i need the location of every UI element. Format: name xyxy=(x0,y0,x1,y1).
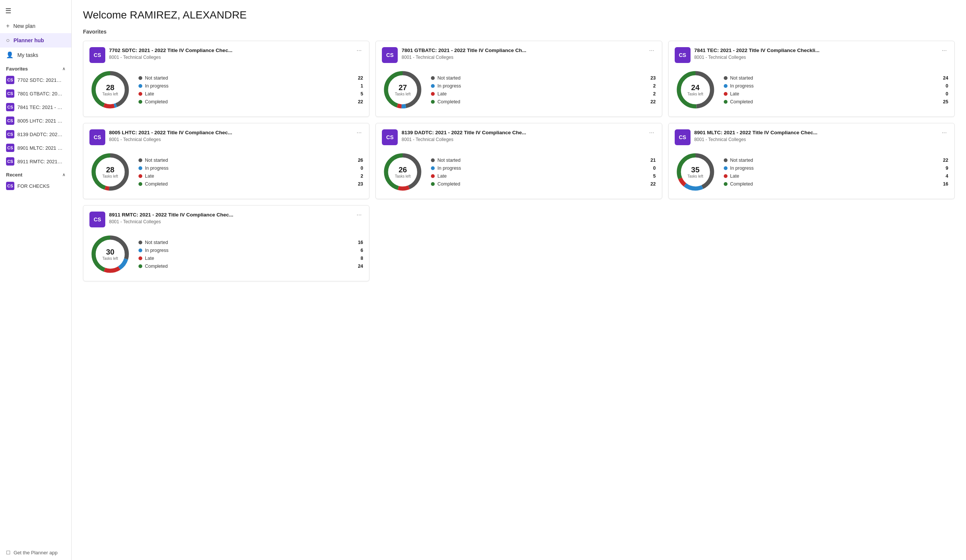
legend-row-completed: Completed 23 xyxy=(138,182,363,187)
plan-card-card3: CS 7841 TEC: 2021 - 2022 Title IV Compli… xyxy=(668,41,955,117)
card-title: 7801 GTBATC: 2021 - 2022 Title IV Compli… xyxy=(401,47,526,54)
card-legend: Not started 24 In progress 0 Late xyxy=(724,75,948,105)
sidebar-item-new-plan[interactable]: + New plan xyxy=(0,19,71,33)
legend-row-late: Late 5 xyxy=(138,91,363,97)
not-started-label: Not started xyxy=(437,75,460,81)
legend-row-late: Late 2 xyxy=(431,91,656,97)
donut-chart: 26 Tasks left xyxy=(382,151,423,193)
late-label: Late xyxy=(730,91,739,97)
card-more-button[interactable]: ··· xyxy=(355,47,363,54)
hamburger-icon[interactable]: ☰ xyxy=(0,3,71,19)
late-count: 2 xyxy=(355,174,363,179)
card-more-button[interactable]: ··· xyxy=(647,129,656,136)
legend-left-in-progress: In progress xyxy=(724,84,754,88)
legend-row-not-started: Not started 16 xyxy=(138,240,363,245)
get-planner-app[interactable]: ☐ Get the Planner app xyxy=(0,545,71,560)
late-dot xyxy=(138,174,142,178)
sidebar-favorites-list: CS 7702 SDTC: 2021 - 2022... CS 7801 GTB… xyxy=(0,73,71,168)
sidebar-item-fav5[interactable]: CS 8139 DADTC: 2021 - 20... xyxy=(0,128,71,141)
in-progress-count: 0 xyxy=(648,165,656,171)
card-title: 7702 SDTC: 2021 - 2022 Title IV Complian… xyxy=(109,47,232,54)
legend-row-not-started: Not started 22 xyxy=(138,75,363,81)
late-count: 2 xyxy=(648,91,656,97)
card-title-block: 8005 LHTC: 2021 - 2022 Title IV Complian… xyxy=(109,129,232,142)
card-header: CS 8139 DADTC: 2021 - 2022 Title IV Comp… xyxy=(382,129,656,145)
not-started-label: Not started xyxy=(145,240,168,245)
sidebar-item-my-tasks[interactable]: 👤 My tasks xyxy=(0,47,71,62)
card-more-button[interactable]: ··· xyxy=(940,47,948,54)
favorites-chevron[interactable]: ∧ xyxy=(62,66,65,71)
card-header: CS 8901 MLTC: 2021 - 2022 Title IV Compl… xyxy=(675,129,948,145)
sidebar-item-planner-hub[interactable]: ○ Planner hub xyxy=(0,33,71,47)
card-title-block: 7702 SDTC: 2021 - 2022 Title IV Complian… xyxy=(109,47,232,60)
legend-row-completed: Completed 25 xyxy=(724,99,948,105)
in-progress-count: 0 xyxy=(941,84,948,88)
sidebar-plan-label: 7801 GTBATC: 2021 - 20... xyxy=(17,91,62,97)
card-header-left: CS 7801 GTBATC: 2021 - 2022 Title IV Com… xyxy=(382,47,526,63)
favorites-heading: Favorites xyxy=(83,29,955,35)
sidebar-item-fav6[interactable]: CS 8901 MLTC: 2021 - 2022... xyxy=(0,141,71,155)
card-body: 28 Tasks left Not started 26 In progress xyxy=(89,151,363,193)
legend-row-in-progress: In progress 6 xyxy=(138,248,363,253)
plan-card-card6: CS 8901 MLTC: 2021 - 2022 Title IV Compl… xyxy=(668,123,955,199)
legend-left-late: Late xyxy=(724,174,739,179)
not-started-count: 16 xyxy=(355,240,363,245)
legend-left-not-started: Not started xyxy=(724,158,753,163)
sidebar-new-plan-label: New plan xyxy=(13,23,35,29)
card-header-left: CS 8901 MLTC: 2021 - 2022 Title IV Compl… xyxy=(675,129,818,145)
tasks-left-label: Tasks left xyxy=(395,174,411,178)
card-header: CS 8005 LHTC: 2021 - 2022 Title IV Compl… xyxy=(89,129,363,145)
sidebar-item-rec1[interactable]: CS FOR CHECKS xyxy=(0,179,71,193)
not-started-count: 24 xyxy=(941,75,948,81)
card-header-left: CS 8911 RMTC: 2021 - 2022 Title IV Compl… xyxy=(89,211,233,228)
recent-chevron[interactable]: ∧ xyxy=(62,172,65,177)
in-progress-dot xyxy=(138,84,142,88)
donut-chart: 28 Tasks left xyxy=(89,151,131,193)
legend-left-completed: Completed xyxy=(724,99,753,105)
card-more-button[interactable]: ··· xyxy=(647,47,656,54)
card-body: 24 Tasks left Not started 24 In progress xyxy=(675,69,948,110)
sidebar-item-fav3[interactable]: CS 7841 TEC: 2021 - 2022 T... xyxy=(0,100,71,114)
card-title-block: 7801 GTBATC: 2021 - 2022 Title IV Compli… xyxy=(401,47,526,60)
not-started-dot xyxy=(138,76,142,80)
tasks-left-number: 27 xyxy=(395,84,411,91)
in-progress-count: 2 xyxy=(648,84,656,88)
in-progress-label: In progress xyxy=(145,165,169,171)
not-started-count: 26 xyxy=(355,158,363,163)
card-more-button[interactable]: ··· xyxy=(355,211,363,218)
donut-chart: 30 Tasks left xyxy=(89,233,131,275)
legend-left-not-started: Not started xyxy=(138,158,168,163)
completed-dot xyxy=(138,264,142,268)
card-more-button[interactable]: ··· xyxy=(355,129,363,136)
legend-left-completed: Completed xyxy=(431,99,460,105)
legend-row-completed: Completed 16 xyxy=(724,182,948,187)
card-cs-badge: CS xyxy=(89,211,105,228)
card-header-left: CS 7702 SDTC: 2021 - 2022 Title IV Compl… xyxy=(89,47,232,63)
not-started-count: 22 xyxy=(355,75,363,81)
sidebar-item-fav2[interactable]: CS 7801 GTBATC: 2021 - 20... xyxy=(0,87,71,100)
card-more-button[interactable]: ··· xyxy=(940,129,948,136)
legend-row-in-progress: In progress 2 xyxy=(431,84,656,88)
card-title: 8911 RMTC: 2021 - 2022 Title IV Complian… xyxy=(109,211,233,218)
legend-row-completed: Completed 24 xyxy=(138,264,363,269)
completed-dot xyxy=(138,100,142,104)
not-started-label: Not started xyxy=(730,158,753,163)
legend-left-completed: Completed xyxy=(431,182,460,187)
late-dot xyxy=(138,256,142,260)
card-header: CS 7801 GTBATC: 2021 - 2022 Title IV Com… xyxy=(382,47,656,63)
card-subtitle: 8001 - Technical Colleges xyxy=(401,137,526,142)
page-title: Welcome RAMIREZ, ALEXANDRE xyxy=(83,9,955,21)
sidebar-item-fav7[interactable]: CS 8911 RMTC: 2021 - 202... xyxy=(0,155,71,168)
sidebar-plan-label: 7841 TEC: 2021 - 2022 T... xyxy=(17,105,62,110)
favorites-section-label: Favorites xyxy=(6,66,28,72)
plan-card-card7: CS 8911 RMTC: 2021 - 2022 Title IV Compl… xyxy=(83,205,370,281)
sidebar-item-fav1[interactable]: CS 7702 SDTC: 2021 - 2022... xyxy=(0,73,71,87)
completed-dot xyxy=(724,100,728,104)
donut-center: 26 Tasks left xyxy=(395,166,411,178)
cs-badge: CS xyxy=(6,103,14,111)
not-started-count: 22 xyxy=(941,158,948,163)
plan-card-card1: CS 7702 SDTC: 2021 - 2022 Title IV Compl… xyxy=(83,41,370,117)
card-header: CS 8911 RMTC: 2021 - 2022 Title IV Compl… xyxy=(89,211,363,228)
sidebar-item-fav4[interactable]: CS 8005 LHTC: 2021 - 2022... xyxy=(0,114,71,128)
legend-left-not-started: Not started xyxy=(431,75,460,81)
